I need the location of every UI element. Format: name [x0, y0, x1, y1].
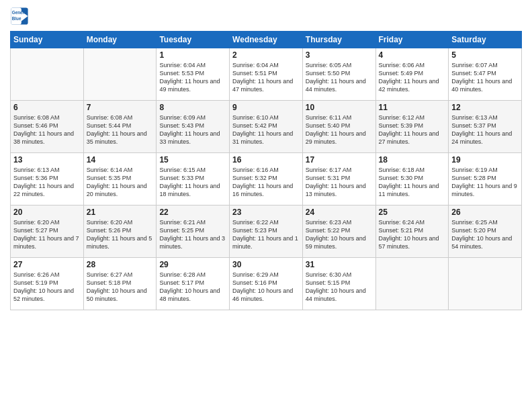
day-number: 13	[13, 155, 81, 165]
calendar-cell: 22Sunrise: 6:21 AM Sunset: 5:25 PM Dayli…	[157, 205, 230, 258]
calendar-cell: 31Sunrise: 6:30 AM Sunset: 5:15 PM Dayli…	[302, 258, 375, 310]
calendar-cell	[449, 258, 522, 310]
calendar-cell: 26Sunrise: 6:25 AM Sunset: 5:20 PM Dayli…	[449, 205, 522, 258]
day-info: Sunrise: 6:11 AM Sunset: 5:40 PM Dayligh…	[306, 113, 373, 146]
calendar-cell: 11Sunrise: 6:12 AM Sunset: 5:39 PM Dayli…	[375, 101, 449, 153]
calendar-cell: 16Sunrise: 6:16 AM Sunset: 5:32 PM Dayli…	[230, 153, 303, 205]
calendar-cell: 5Sunrise: 6:07 AM Sunset: 5:47 PM Daylig…	[449, 48, 522, 101]
calendar-cell: 1Sunrise: 6:04 AM Sunset: 5:53 PM Daylig…	[157, 48, 230, 101]
calendar-cell: 4Sunrise: 6:06 AM Sunset: 5:49 PM Daylig…	[375, 48, 449, 101]
weekday-monday: Monday	[83, 32, 157, 48]
day-number: 28	[87, 260, 154, 269]
day-number: 27	[13, 260, 81, 269]
day-number: 5	[451, 50, 519, 60]
calendar-cell: 12Sunrise: 6:13 AM Sunset: 5:37 PM Dayli…	[449, 101, 522, 153]
calendar-cell: 2Sunrise: 6:04 AM Sunset: 5:51 PM Daylig…	[230, 48, 303, 101]
day-number: 24	[306, 208, 373, 217]
day-info: Sunrise: 6:06 AM Sunset: 5:49 PM Dayligh…	[379, 61, 446, 94]
calendar-cell: 7Sunrise: 6:08 AM Sunset: 5:44 PM Daylig…	[83, 101, 157, 153]
day-info: Sunrise: 6:17 AM Sunset: 5:31 PM Dayligh…	[306, 166, 373, 199]
day-number: 18	[379, 155, 446, 165]
calendar-cell: 19Sunrise: 6:19 AM Sunset: 5:28 PM Dayli…	[449, 153, 522, 205]
day-info: Sunrise: 6:15 AM Sunset: 5:33 PM Dayligh…	[159, 166, 226, 199]
day-number: 3	[306, 50, 373, 60]
calendar-cell	[83, 48, 157, 101]
week-row-1: 1Sunrise: 6:04 AM Sunset: 5:53 PM Daylig…	[11, 48, 522, 101]
day-number: 22	[159, 208, 226, 217]
day-info: Sunrise: 6:04 AM Sunset: 5:53 PM Dayligh…	[159, 61, 226, 94]
day-number: 8	[159, 103, 226, 112]
logo-icon: General Blue	[10, 7, 29, 26]
day-info: Sunrise: 6:10 AM Sunset: 5:42 PM Dayligh…	[232, 113, 300, 146]
day-number: 20	[13, 208, 81, 217]
calendar-cell: 14Sunrise: 6:14 AM Sunset: 5:35 PM Dayli…	[83, 153, 157, 205]
week-row-2: 6Sunrise: 6:08 AM Sunset: 5:46 PM Daylig…	[11, 101, 522, 153]
day-number: 2	[232, 50, 300, 60]
day-number: 30	[232, 260, 300, 269]
day-number: 17	[306, 155, 373, 165]
day-number: 16	[232, 155, 300, 165]
calendar-cell: 6Sunrise: 6:08 AM Sunset: 5:46 PM Daylig…	[11, 101, 84, 153]
day-info: Sunrise: 6:07 AM Sunset: 5:47 PM Dayligh…	[451, 61, 519, 94]
day-number: 7	[87, 103, 154, 112]
weekday-friday: Friday	[375, 32, 449, 48]
week-row-5: 27Sunrise: 6:26 AM Sunset: 5:19 PM Dayli…	[11, 258, 522, 310]
day-number: 21	[87, 208, 154, 217]
calendar-cell: 13Sunrise: 6:13 AM Sunset: 5:36 PM Dayli…	[11, 153, 84, 205]
day-number: 14	[87, 155, 154, 165]
calendar-cell: 9Sunrise: 6:10 AM Sunset: 5:42 PM Daylig…	[230, 101, 303, 153]
day-info: Sunrise: 6:12 AM Sunset: 5:39 PM Dayligh…	[379, 113, 446, 146]
logo: General Blue	[10, 7, 29, 26]
weekday-wednesday: Wednesday	[230, 32, 303, 48]
day-info: Sunrise: 6:23 AM Sunset: 5:22 PM Dayligh…	[306, 218, 373, 251]
calendar-cell: 25Sunrise: 6:24 AM Sunset: 5:21 PM Dayli…	[375, 205, 449, 258]
day-info: Sunrise: 6:22 AM Sunset: 5:23 PM Dayligh…	[232, 218, 300, 251]
day-info: Sunrise: 6:24 AM Sunset: 5:21 PM Dayligh…	[379, 218, 446, 251]
day-info: Sunrise: 6:19 AM Sunset: 5:28 PM Dayligh…	[451, 166, 519, 199]
day-number: 11	[379, 103, 446, 112]
day-info: Sunrise: 6:08 AM Sunset: 5:44 PM Dayligh…	[87, 113, 154, 146]
day-number: 10	[306, 103, 373, 112]
day-info: Sunrise: 6:27 AM Sunset: 5:18 PM Dayligh…	[87, 271, 154, 304]
calendar-cell: 15Sunrise: 6:15 AM Sunset: 5:33 PM Dayli…	[157, 153, 230, 205]
calendar-cell: 17Sunrise: 6:17 AM Sunset: 5:31 PM Dayli…	[302, 153, 375, 205]
calendar-cell: 3Sunrise: 6:05 AM Sunset: 5:50 PM Daylig…	[302, 48, 375, 101]
day-info: Sunrise: 6:05 AM Sunset: 5:50 PM Dayligh…	[306, 61, 373, 94]
week-row-4: 20Sunrise: 6:20 AM Sunset: 5:27 PM Dayli…	[11, 205, 522, 258]
day-info: Sunrise: 6:28 AM Sunset: 5:17 PM Dayligh…	[159, 271, 226, 304]
day-number: 29	[159, 260, 226, 269]
day-info: Sunrise: 6:20 AM Sunset: 5:27 PM Dayligh…	[13, 218, 81, 251]
calendar-cell: 10Sunrise: 6:11 AM Sunset: 5:40 PM Dayli…	[302, 101, 375, 153]
calendar-cell: 21Sunrise: 6:20 AM Sunset: 5:26 PM Dayli…	[83, 205, 157, 258]
day-info: Sunrise: 6:30 AM Sunset: 5:15 PM Dayligh…	[306, 271, 373, 304]
day-info: Sunrise: 6:13 AM Sunset: 5:36 PM Dayligh…	[13, 166, 81, 199]
day-info: Sunrise: 6:09 AM Sunset: 5:43 PM Dayligh…	[159, 113, 226, 146]
day-info: Sunrise: 6:13 AM Sunset: 5:37 PM Dayligh…	[451, 113, 519, 146]
day-info: Sunrise: 6:18 AM Sunset: 5:30 PM Dayligh…	[379, 166, 446, 199]
calendar-cell: 20Sunrise: 6:20 AM Sunset: 5:27 PM Dayli…	[11, 205, 84, 258]
day-number: 19	[451, 155, 519, 165]
day-number: 12	[451, 103, 519, 112]
day-number: 4	[379, 50, 446, 60]
day-info: Sunrise: 6:29 AM Sunset: 5:16 PM Dayligh…	[232, 271, 300, 304]
day-info: Sunrise: 6:25 AM Sunset: 5:20 PM Dayligh…	[451, 218, 519, 251]
page: General Blue SundayMondayTuesdayWednesda…	[0, 0, 532, 411]
header: General Blue	[10, 7, 522, 26]
calendar-cell: 24Sunrise: 6:23 AM Sunset: 5:22 PM Dayli…	[302, 205, 375, 258]
weekday-sunday: Sunday	[11, 32, 84, 48]
weekday-tuesday: Tuesday	[157, 32, 230, 48]
day-info: Sunrise: 6:14 AM Sunset: 5:35 PM Dayligh…	[87, 166, 154, 199]
day-number: 1	[159, 50, 226, 60]
calendar-cell: 8Sunrise: 6:09 AM Sunset: 5:43 PM Daylig…	[157, 101, 230, 153]
day-info: Sunrise: 6:08 AM Sunset: 5:46 PM Dayligh…	[13, 113, 81, 146]
calendar-cell	[375, 258, 449, 310]
calendar-cell	[11, 48, 84, 101]
svg-text:Blue: Blue	[12, 16, 21, 21]
weekday-thursday: Thursday	[302, 32, 375, 48]
day-number: 9	[232, 103, 300, 112]
week-row-3: 13Sunrise: 6:13 AM Sunset: 5:36 PM Dayli…	[11, 153, 522, 205]
weekday-header-row: SundayMondayTuesdayWednesdayThursdayFrid…	[11, 32, 522, 48]
calendar-cell: 29Sunrise: 6:28 AM Sunset: 5:17 PM Dayli…	[157, 258, 230, 310]
day-number: 6	[13, 103, 81, 112]
day-info: Sunrise: 6:20 AM Sunset: 5:26 PM Dayligh…	[87, 218, 154, 251]
